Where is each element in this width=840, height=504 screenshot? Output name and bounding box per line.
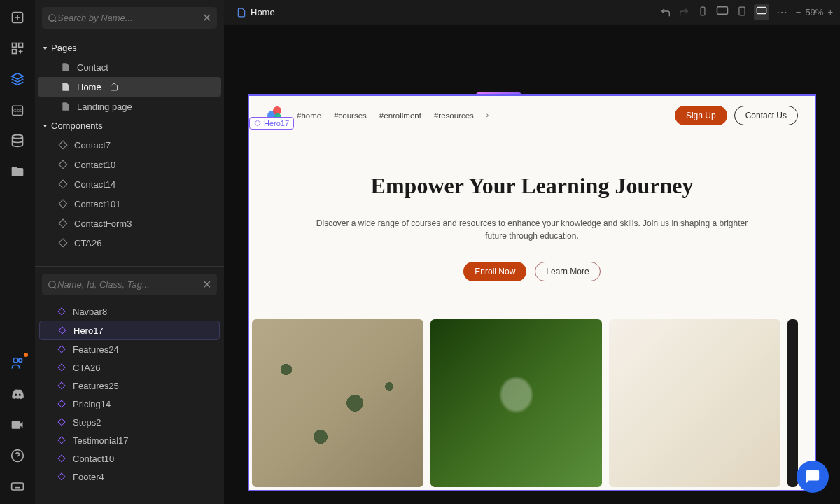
signup-button[interactable]: Sign Up <box>675 106 727 125</box>
nav-link[interactable]: #home <box>297 111 321 120</box>
outline-item[interactable]: Hero17 <box>39 321 220 340</box>
tablet-landscape-icon[interactable] <box>715 4 730 20</box>
outline-label: Features24 <box>73 344 119 355</box>
outline-label: Footer4 <box>73 472 104 482</box>
tab-label: Home <box>251 7 275 18</box>
component-label: Contact7 <box>74 140 111 150</box>
outline-item[interactable]: Features25 <box>39 377 220 395</box>
website-canvas[interactable]: #home #courses #enrollment #resources › … <box>248 95 816 491</box>
outline-label: Contact10 <box>73 454 114 464</box>
help-icon[interactable] <box>8 447 27 465</box>
nav-link[interactable]: #courses <box>334 111 367 120</box>
svg-rect-37 <box>58 400 65 407</box>
database-icon[interactable] <box>8 132 27 150</box>
page-icon <box>237 8 246 18</box>
canvas-area: Home ⋯ − 59% + Ask AI 1305px <box>224 0 840 504</box>
pages-search[interactable]: ✕ <box>42 7 217 29</box>
contact-us-button[interactable]: Contact Us <box>734 106 798 125</box>
svg-rect-29 <box>59 239 67 247</box>
component-label: Contact101 <box>74 199 121 209</box>
svg-marker-8 <box>12 74 24 79</box>
component-item[interactable]: Contact10 <box>38 155 221 174</box>
nav-link[interactable]: #enrollment <box>379 111 421 120</box>
component-item[interactable]: Contact14 <box>38 174 221 194</box>
component-item[interactable]: Contact7 <box>38 135 221 155</box>
svg-rect-47 <box>255 120 261 126</box>
hero-description: Discover a wide range of courses and res… <box>308 217 756 242</box>
gallery-image[interactable] <box>609 319 780 487</box>
gallery-image[interactable] <box>252 319 424 487</box>
diamond-icon <box>56 398 67 410</box>
folder-icon[interactable] <box>8 162 27 181</box>
svg-point-11 <box>13 135 23 139</box>
outline-label: Navbar8 <box>73 307 107 317</box>
chevron-down-icon: ▾ <box>43 122 47 130</box>
redo-icon[interactable] <box>678 7 690 18</box>
svg-rect-43 <box>717 7 727 15</box>
svg-rect-3 <box>13 43 17 48</box>
outline-item[interactable]: Footer4 <box>39 468 220 486</box>
add-component-icon[interactable] <box>8 39 27 57</box>
mobile-icon[interactable] <box>696 4 709 20</box>
device-toolbar: ⋯ <box>696 4 789 20</box>
svg-point-22 <box>49 14 55 20</box>
nav-link[interactable]: #resources <box>434 111 474 120</box>
outline-item[interactable]: CTA26 <box>39 358 220 377</box>
selection-tag[interactable]: Hero17 <box>249 117 294 130</box>
video-icon[interactable] <box>8 416 27 434</box>
outline-item[interactable]: Steps2 <box>39 413 220 431</box>
component-label: Contact10 <box>74 160 115 170</box>
users-icon[interactable] <box>8 354 27 372</box>
discord-icon[interactable] <box>8 385 27 403</box>
page-icon <box>60 101 71 112</box>
components-group-label[interactable]: ▾ Components <box>35 116 224 135</box>
clear-outline-search-icon[interactable]: ✕ <box>202 278 211 291</box>
keyboard-icon[interactable] <box>8 477 27 496</box>
component-item[interactable]: ContactForm3 <box>38 214 221 233</box>
layers-icon[interactable] <box>8 70 27 88</box>
component-item[interactable]: Contact101 <box>38 194 221 214</box>
outline-label: Features25 <box>73 381 119 391</box>
chat-bubble-button[interactable] <box>797 461 829 493</box>
clear-search-icon[interactable]: ✕ <box>202 11 211 24</box>
page-item-home[interactable]: Home <box>38 77 221 97</box>
outline-search-input[interactable] <box>57 279 200 290</box>
gallery-image[interactable] <box>788 319 798 487</box>
learn-more-button[interactable]: Learn More <box>535 262 600 281</box>
zoom-in-icon[interactable]: + <box>827 7 833 18</box>
pages-group-label[interactable]: ▾ Pages <box>35 38 224 57</box>
component-label: CTA26 <box>74 238 102 248</box>
side-panel: ✕ ▾ Pages Contact Home Landing page ▾ Co… <box>35 0 224 504</box>
enroll-now-button[interactable]: Enroll Now <box>463 262 526 281</box>
desktop-icon[interactable] <box>754 4 769 20</box>
diamond-icon <box>57 178 69 190</box>
tablet-icon[interactable] <box>736 4 748 20</box>
add-icon[interactable] <box>8 8 27 27</box>
page-item-contact[interactable]: Contact <box>38 57 221 77</box>
undo-icon[interactable] <box>660 7 671 18</box>
outline-search[interactable]: ✕ <box>42 274 217 295</box>
page-item-label: Home <box>77 82 102 92</box>
hero-section[interactable]: Empower Your Learning Journey Discover a… <box>249 135 815 312</box>
gallery-image[interactable] <box>430 319 602 487</box>
diamond-icon <box>57 198 69 209</box>
svg-point-13 <box>19 358 22 362</box>
svg-point-12 <box>13 358 18 363</box>
svg-rect-42 <box>701 7 705 15</box>
pages-search-input[interactable] <box>57 13 200 23</box>
outline-item[interactable]: Contact10 <box>39 449 220 468</box>
outline-item[interactable]: Navbar8 <box>39 302 220 321</box>
outline-label: Testimonial17 <box>73 435 129 446</box>
diamond-icon <box>57 218 69 229</box>
tab-home[interactable]: Home <box>231 4 281 20</box>
component-item[interactable]: CTA26 <box>38 233 221 253</box>
outline-item[interactable]: Features24 <box>39 340 220 358</box>
canvas-viewport[interactable]: #home #courses #enrollment #resources › … <box>224 25 840 504</box>
zoom-out-icon[interactable]: − <box>796 7 802 18</box>
outline-item[interactable]: Pricing14 <box>39 395 220 413</box>
page-item-landing[interactable]: Landing page <box>38 97 221 116</box>
css-icon[interactable]: CSS <box>8 101 27 119</box>
chevron-right-icon: › <box>486 111 489 120</box>
more-icon[interactable]: ⋯ <box>775 4 789 20</box>
outline-item[interactable]: Testimonial17 <box>39 431 220 449</box>
